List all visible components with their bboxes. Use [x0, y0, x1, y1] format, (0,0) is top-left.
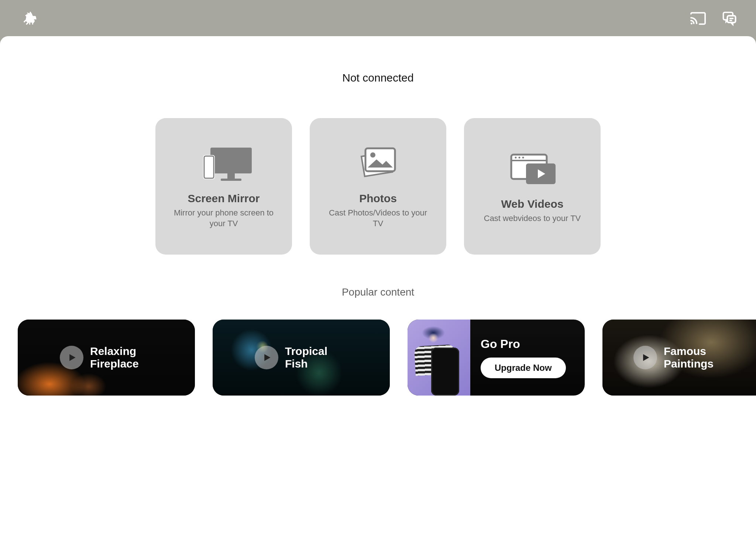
chat-icon[interactable]	[721, 10, 738, 27]
svg-point-19	[522, 156, 524, 158]
card-web-videos[interactable]: Web Videos Cast webvideos to your TV	[464, 118, 601, 255]
card-desc: Cast Photos/Videos to your TV	[323, 208, 433, 229]
feature-cards-row: Screen Mirror Mirror your phone screen t…	[0, 118, 756, 255]
connection-status: Not connected	[0, 72, 756, 84]
card-title: Photos	[359, 192, 397, 205]
tile-tropical-fish[interactable]: Tropical Fish	[213, 320, 390, 396]
main-panel: Not connected Screen Mirror Mirror your …	[0, 36, 756, 552]
play-icon	[255, 346, 278, 369]
card-screen-mirror[interactable]: Screen Mirror Mirror your phone screen t…	[155, 118, 292, 255]
rocket-icon[interactable]	[22, 10, 38, 27]
photos-icon	[348, 144, 408, 184]
svg-rect-6	[210, 148, 252, 173]
svg-rect-8	[221, 179, 241, 181]
screen-mirror-icon	[194, 144, 253, 184]
svg-point-17	[515, 156, 517, 158]
play-icon	[633, 346, 657, 369]
app-header	[0, 0, 756, 37]
upgrade-now-button[interactable]: Upgrade Now	[481, 358, 566, 378]
card-desc: Mirror your phone screen to your TV	[168, 208, 279, 229]
card-photos[interactable]: Photos Cast Photos/Videos to your TV	[310, 118, 446, 255]
card-title: Web Videos	[501, 198, 564, 210]
cast-icon[interactable]	[690, 11, 707, 26]
tile-relaxing-fireplace[interactable]: Relaxing Fireplace	[18, 320, 195, 396]
svg-point-14	[370, 152, 375, 158]
play-icon	[60, 346, 83, 369]
card-desc: Cast webvideos to your TV	[484, 213, 581, 224]
svg-point-18	[519, 156, 520, 158]
tile-go-pro[interactable]: Go Pro Upgrade Now	[408, 320, 585, 396]
popular-content-row: Relaxing Fireplace Tropical Fish Go Pro …	[0, 320, 756, 396]
svg-rect-11	[204, 156, 214, 178]
promo-title: Go Pro	[481, 337, 585, 351]
svg-rect-2	[728, 16, 736, 23]
svg-point-0	[691, 23, 693, 24]
card-title: Screen Mirror	[188, 192, 260, 205]
web-videos-icon	[503, 149, 562, 190]
tile-label: Famous Paintings	[664, 345, 726, 370]
tile-famous-paintings[interactable]: Famous Paintings	[602, 320, 756, 396]
svg-rect-13	[365, 148, 395, 171]
svg-rect-7	[227, 173, 235, 179]
tile-label: Tropical Fish	[285, 345, 348, 370]
promo-thumbnail	[408, 320, 470, 396]
popular-content-heading: Popular content	[0, 286, 756, 298]
tile-label: Relaxing Fireplace	[90, 345, 153, 370]
